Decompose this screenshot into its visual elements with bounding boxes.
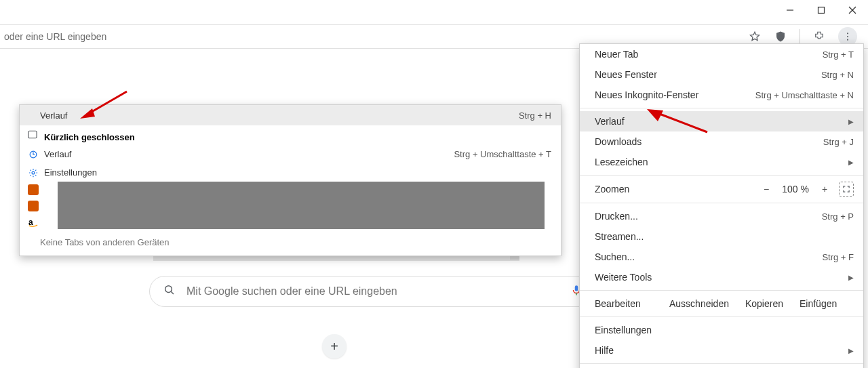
edit-cut[interactable]: Ausschneiden bbox=[669, 298, 729, 309]
menu-find[interactable]: Suchen...Strg + F bbox=[580, 247, 863, 267]
chevron-right-icon: ▶ bbox=[848, 274, 854, 281]
submenu-item-label: Einstellungen bbox=[44, 167, 97, 178]
search-icon bbox=[163, 284, 176, 299]
history-shortcut: Strg + H bbox=[519, 110, 551, 121]
svg-text:a: a bbox=[28, 218, 33, 227]
maximize-button[interactable] bbox=[806, 0, 837, 20]
menu-more-tools[interactable]: Weitere Tools▶ bbox=[580, 267, 863, 287]
submenu-item-shortcut: Strg + Umschalttaste + T bbox=[454, 149, 551, 159]
zoom-label: Zoomen bbox=[595, 184, 629, 195]
edit-label: Bearbeiten bbox=[595, 298, 653, 309]
menu-zoom-row: Zoomen − 100 % + bbox=[580, 178, 863, 200]
menu-incognito[interactable]: Neues Inkognito-FensterStrg + Umschaltta… bbox=[580, 85, 863, 105]
recent-item-1[interactable] bbox=[20, 182, 561, 198]
reopen-icon bbox=[28, 149, 39, 160]
address-bar-text[interactable]: oder eine URL eingeben bbox=[4, 31, 106, 42]
submenu-item-einstellungen[interactable]: Einstellungen bbox=[20, 163, 561, 182]
recent-item-2[interactable] bbox=[20, 198, 561, 214]
recent-item-3[interactable]: a bbox=[20, 214, 561, 230]
favicon-3: a bbox=[28, 217, 39, 228]
menu-history[interactable]: Verlauf▶ bbox=[580, 111, 863, 131]
close-button[interactable] bbox=[837, 0, 868, 20]
new-tab-search-box[interactable]: Mit Google suchen oder eine URL eingeben bbox=[149, 276, 597, 307]
favicon-1 bbox=[28, 184, 39, 195]
add-shortcut-button[interactable]: + bbox=[322, 334, 347, 359]
bookmark-star-icon[interactable] bbox=[748, 30, 762, 43]
menu-divider bbox=[580, 175, 863, 176]
menu-divider bbox=[580, 203, 863, 203]
menu-edit-row: Bearbeiten Ausschneiden Kopieren Einfüge… bbox=[580, 293, 863, 314]
recently-closed-heading: Kürzlich geschlossen bbox=[20, 125, 561, 145]
svg-line-8 bbox=[171, 291, 174, 294]
svg-point-6 bbox=[847, 39, 848, 41]
chrome-main-menu: Neuer TabStrg + T Neues FensterStrg + N … bbox=[579, 43, 864, 368]
menu-settings[interactable]: Einstellungen bbox=[580, 320, 863, 340]
zoom-out-button[interactable]: − bbox=[757, 184, 775, 195]
menu-divider bbox=[580, 108, 863, 108]
svg-point-7 bbox=[165, 286, 172, 293]
submenu-item-verlauf[interactable]: Verlauf Strg + Umschalttaste + T bbox=[20, 145, 561, 163]
menu-bookmarks[interactable]: Lesezeichen▶ bbox=[580, 152, 863, 172]
chevron-right-icon: ▶ bbox=[848, 118, 854, 125]
menu-cast[interactable]: Streamen... bbox=[580, 226, 863, 247]
extension-puzzle-icon[interactable] bbox=[812, 30, 826, 43]
zoom-value: 100 % bbox=[775, 184, 816, 195]
menu-divider bbox=[580, 290, 863, 291]
favicon-2 bbox=[28, 201, 39, 211]
history-submenu: Verlauf Strg + H Kürzlich geschlossen Ve… bbox=[19, 104, 561, 256]
chevron-right-icon: ▶ bbox=[848, 159, 854, 166]
menu-print[interactable]: Drucken...Strg + P bbox=[580, 206, 863, 226]
menu-downloads[interactable]: DownloadsStrg + J bbox=[580, 131, 863, 152]
svg-point-4 bbox=[847, 33, 848, 34]
gear-icon bbox=[28, 167, 39, 178]
menu-new-window[interactable]: Neues FensterStrg + N bbox=[580, 64, 863, 85]
history-submenu-title: Verlauf bbox=[40, 110, 67, 121]
menu-help[interactable]: Hilfe▶ bbox=[580, 340, 863, 361]
no-other-devices-text: Keine Tabs von anderen Geräten bbox=[20, 230, 561, 255]
svg-point-13 bbox=[32, 171, 35, 174]
edit-copy[interactable]: Kopieren bbox=[745, 298, 783, 309]
chevron-right-icon: ▶ bbox=[848, 347, 854, 354]
extension-shield-icon[interactable] bbox=[774, 30, 787, 43]
submenu-item-label: Verlauf bbox=[44, 149, 71, 159]
toolbar-separator bbox=[800, 29, 800, 44]
window-controls bbox=[774, 0, 868, 20]
minimize-button[interactable] bbox=[774, 0, 806, 20]
svg-point-5 bbox=[847, 36, 848, 37]
history-submenu-header[interactable]: Verlauf Strg + H bbox=[20, 105, 561, 125]
svg-rect-9 bbox=[575, 285, 578, 291]
menu-divider bbox=[580, 363, 863, 364]
svg-rect-1 bbox=[818, 7, 825, 14]
fullscreen-button[interactable] bbox=[839, 182, 854, 197]
zoom-in-button[interactable]: + bbox=[816, 184, 833, 195]
menu-divider bbox=[580, 316, 863, 317]
edit-paste[interactable]: Einfügen bbox=[800, 298, 837, 309]
svg-rect-11 bbox=[28, 131, 37, 138]
menu-new-tab[interactable]: Neuer TabStrg + T bbox=[580, 44, 863, 64]
search-placeholder: Mit Google suchen oder eine URL eingeben bbox=[186, 285, 397, 298]
